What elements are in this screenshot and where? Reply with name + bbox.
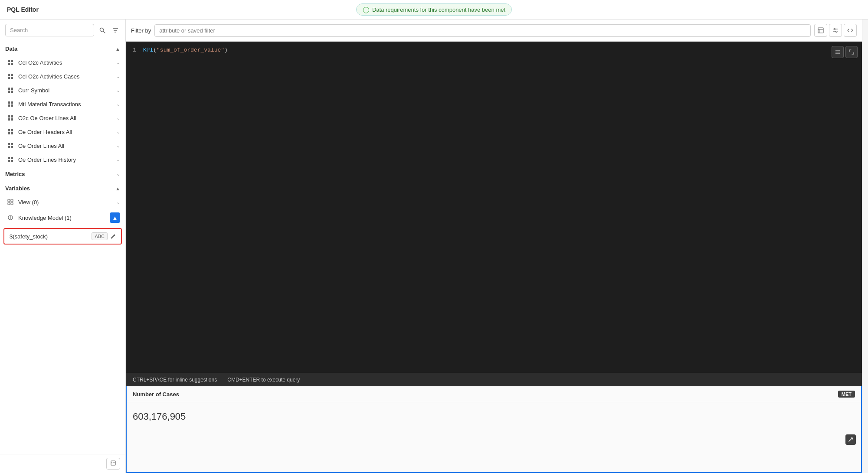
variables-section-chevron: ▲ (115, 186, 120, 191)
svg-rect-7 (8, 63, 10, 65)
list-item[interactable]: O2c Oe Order Lines All ⌄ (0, 111, 125, 125)
code-function: KPI (143, 47, 153, 53)
main-content: Data ▲ Cel O2c Activities ⌄ (0, 20, 868, 473)
sidebar-bottom (0, 454, 125, 473)
filter-button[interactable] (111, 26, 120, 35)
list-item[interactable]: Oe Order Headers All ⌄ (0, 125, 125, 139)
line-number: 1 (133, 47, 136, 53)
variable-row: $(safety_stock) ABC (3, 228, 122, 245)
list-item[interactable]: Oe Order Lines All ⌄ (0, 139, 125, 153)
editor-list-button[interactable] (832, 46, 844, 58)
svg-rect-26 (11, 129, 13, 131)
search-button[interactable] (98, 26, 107, 35)
list-item[interactable]: Curr Symbol ⌄ (0, 83, 125, 97)
variables-section-header[interactable]: Variables ▲ (0, 181, 125, 195)
filter-label: Filter by (131, 27, 151, 34)
right-scrollbar-area (862, 20, 868, 473)
svg-rect-17 (8, 101, 10, 104)
status-badge: ◯ Data requirements for this component h… (356, 3, 512, 16)
svg-rect-5 (8, 60, 10, 62)
item-label: O2c Oe Order Lines All (18, 115, 76, 121)
list-item[interactable]: Cel O2c Activities ⌄ (0, 55, 125, 69)
grid-icon (7, 128, 14, 135)
search-bar (0, 20, 125, 41)
filter-code-button[interactable] (844, 24, 857, 37)
knowledge-model-item[interactable]: Knowledge Model (1) ▲ (0, 209, 125, 226)
svg-rect-10 (11, 74, 13, 76)
svg-rect-9 (8, 74, 10, 76)
view-item-label: View (0) (18, 199, 39, 206)
filter-input[interactable] (154, 24, 811, 37)
svg-rect-27 (8, 132, 10, 134)
svg-rect-28 (11, 132, 13, 134)
app-container: PQL Editor ◯ Data requirements for this … (0, 0, 868, 473)
shortcut-execute: CMD+ENTER to execute query (227, 377, 300, 383)
svg-rect-25 (8, 129, 10, 131)
list-item[interactable]: Oe Order Lines History ⌄ (0, 153, 125, 166)
expand-icon (110, 460, 116, 466)
svg-rect-29 (8, 143, 10, 145)
variable-edit-button[interactable] (110, 234, 116, 239)
svg-rect-31 (8, 146, 10, 148)
grid-icon (7, 156, 14, 163)
svg-rect-15 (8, 91, 10, 93)
expand-arrows-icon (849, 49, 854, 55)
met-badge: MET (838, 391, 855, 398)
result-title: Number of Cases (133, 391, 179, 398)
sidebar-expand-button[interactable] (106, 458, 120, 470)
filter-bar: Filter by (126, 20, 862, 42)
item-expand-icon: ⌄ (116, 129, 120, 135)
item-expand-icon: ⌄ (116, 60, 120, 65)
svg-rect-16 (11, 91, 13, 93)
result-area: Number of Cases MET 603,176,905 (126, 386, 862, 473)
search-input[interactable] (5, 24, 94, 36)
view-item-chevron: ⌄ (116, 199, 120, 205)
metrics-section-header[interactable]: Metrics ⌄ (0, 166, 125, 181)
svg-rect-32 (11, 146, 13, 148)
top-bar: PQL Editor ◯ Data requirements for this … (0, 0, 868, 20)
item-label: Oe Order Headers All (18, 129, 72, 135)
grid-icon (7, 73, 14, 80)
filter-icon (112, 27, 118, 33)
variables-section-title: Variables (5, 185, 30, 192)
result-expand-button[interactable] (845, 434, 856, 445)
km-icon (7, 214, 14, 221)
result-bottom (127, 431, 861, 448)
app-title: PQL Editor (7, 6, 39, 13)
svg-rect-35 (8, 160, 10, 162)
pencil-icon (110, 234, 116, 239)
item-label: Curr Symbol (18, 87, 49, 94)
view-item[interactable]: View (0) ⌄ (0, 195, 125, 209)
grid-icon (7, 114, 14, 121)
svg-rect-6 (11, 60, 13, 62)
data-section-header[interactable]: Data ▲ (0, 41, 125, 55)
svg-rect-20 (11, 104, 13, 107)
data-section-title: Data (5, 46, 17, 52)
item-label: Oe Order Lines History (18, 157, 76, 163)
svg-rect-47 (818, 28, 823, 33)
svg-point-43 (10, 218, 11, 219)
svg-rect-14 (11, 88, 13, 90)
list-item[interactable]: Cel O2c Activities Cases ⌄ (0, 69, 125, 83)
km-collapse-button[interactable]: ▲ (110, 212, 120, 223)
filter-settings-button[interactable] (829, 24, 842, 37)
svg-rect-8 (11, 63, 13, 65)
shortcut-key-2: CMD+ENTER (227, 377, 260, 383)
check-circle-icon: ◯ (363, 6, 370, 13)
editor-content[interactable]: 1KPI("sum_of_order_value") (126, 42, 862, 373)
editor-expand-button[interactable] (845, 46, 858, 58)
svg-rect-24 (11, 118, 13, 121)
svg-rect-13 (8, 88, 10, 90)
filter-table-button[interactable] (814, 24, 827, 37)
sliders-icon (832, 27, 839, 33)
list-item[interactable]: Mtl Material Transactions ⌄ (0, 97, 125, 111)
editor-shortcuts: CTRL+SPACE for inline suggestions CMD+EN… (126, 373, 862, 386)
view-icon (7, 199, 14, 206)
code-icon (847, 27, 853, 33)
list-icon (835, 49, 840, 55)
grid-icon (7, 59, 14, 66)
item-expand-icon: ⌄ (116, 74, 120, 79)
svg-rect-37 (8, 199, 10, 202)
shortcut-inline: CTRL+SPACE for inline suggestions (133, 377, 217, 383)
item-label: Oe Order Lines All (18, 143, 64, 149)
